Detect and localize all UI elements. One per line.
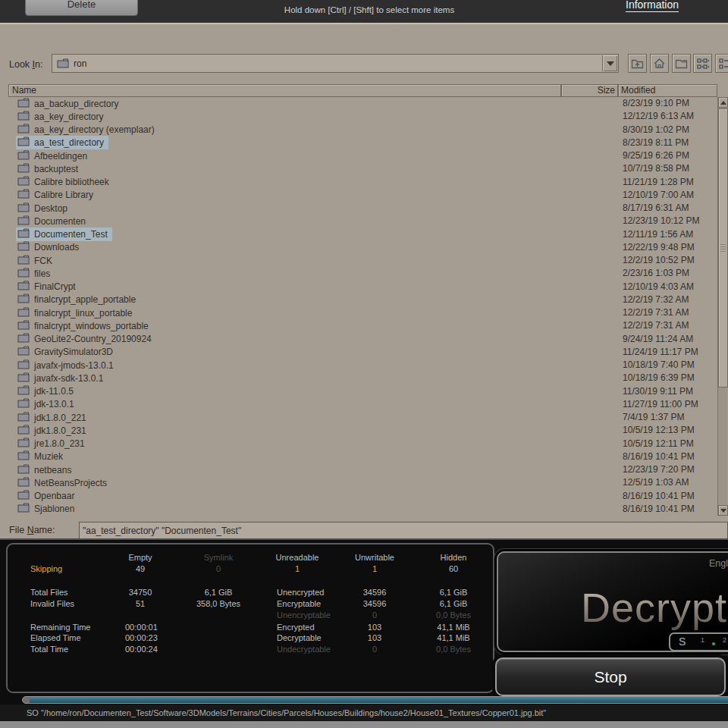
file-row-name-cell[interactable]: aa_key_directory xyxy=(16,110,108,124)
file-row[interactable]: Openbaar 8/16/19 10:41 PM xyxy=(9,490,718,503)
file-row[interactable]: jdk1.8.0_221 7/4/19 1:37 PM xyxy=(9,411,718,424)
file-row[interactable]: javafx-sdk-13.0.1 10/18/19 6:39 PM xyxy=(9,372,718,384)
file-name-label: Sjablonen xyxy=(34,504,74,514)
file-row-name-cell[interactable]: Afbeeldingen xyxy=(16,149,92,163)
file-name-input[interactable] xyxy=(79,522,728,539)
file-row[interactable]: FCK 12/2/19 10:52 PM xyxy=(9,254,718,267)
file-row[interactable]: jre1.8.0_231 10/5/19 12:11 PM xyxy=(9,438,718,450)
folder-icon xyxy=(17,228,30,238)
file-row-name-cell[interactable]: Documenten xyxy=(16,215,90,228)
file-row[interactable]: aa_key_directory (exemplaar) 8/30/19 1:0… xyxy=(9,124,718,136)
file-list: aa_backup_directory 8/23/19 9:10 PM aa_k… xyxy=(8,97,718,516)
file-row-name-cell[interactable]: jdk1.8.0_221 xyxy=(16,411,91,425)
file-row-name-cell[interactable]: javafx-sdk-13.0.1 xyxy=(16,372,108,385)
folder-icon xyxy=(17,333,30,343)
new-folder-button[interactable] xyxy=(672,54,691,73)
file-row[interactable]: jdk1.8.0_231 10/5/19 12:13 PM xyxy=(9,424,718,437)
file-row[interactable]: Downloads 12/22/19 9:48 PM xyxy=(9,241,718,254)
folder-icon-slot xyxy=(17,215,30,228)
file-row-name-cell[interactable]: aa_key_directory (exemplaar) xyxy=(16,123,159,136)
column-header-size[interactable]: Size xyxy=(561,84,618,97)
details-view-button[interactable] xyxy=(715,54,728,73)
file-row-name-cell[interactable]: finalcrypt_apple_portable xyxy=(16,293,140,306)
file-row-name-cell[interactable]: Sjablonen xyxy=(16,502,79,516)
folder-icon xyxy=(17,255,30,265)
scroll-up-button[interactable] xyxy=(718,97,728,108)
file-modified-label: 11/21/19 1:28 PM xyxy=(623,176,694,189)
file-row[interactable]: backuptest 10/7/19 8:58 PM xyxy=(9,162,718,175)
file-row-name-cell[interactable]: FCK xyxy=(16,254,57,268)
file-row-name-cell[interactable]: GravitySimulator3D xyxy=(16,345,118,359)
chevron-up-icon xyxy=(720,101,726,105)
file-row[interactable]: Desktop 8/17/19 6:31 AM xyxy=(9,202,718,215)
home-button[interactable] xyxy=(650,54,669,73)
file-row[interactable]: Documenten_Test 12/11/19 1:56 AM xyxy=(9,228,718,241)
folder-icon xyxy=(17,163,30,173)
file-row[interactable]: netbeans 12/23/19 7:20 PM xyxy=(9,463,718,476)
file-row-name-cell[interactable]: Downloads xyxy=(16,240,83,254)
file-row-name-cell[interactable]: jdk-11.0.5 xyxy=(16,384,78,398)
file-row-name-cell[interactable]: javafx-jmods-13.0.1 xyxy=(16,359,118,372)
file-row-name-cell[interactable]: jdk-13.0.1 xyxy=(16,397,79,411)
file-row[interactable]: jdk-13.0.1 11/27/19 11:00 PM xyxy=(9,398,718,411)
decrypt-title: Decrypting xyxy=(581,584,728,631)
file-row-name-cell[interactable]: netbeans xyxy=(16,463,76,477)
file-row[interactable]: jdk-11.0.5 11/30/19 9:11 PM xyxy=(9,385,718,398)
file-row[interactable]: Afbeeldingen 9/25/19 6:26 PM xyxy=(9,149,718,162)
file-row[interactable]: aa_key_directory 12/12/19 6:13 AM xyxy=(9,110,718,123)
file-row-name-cell[interactable]: Documenten_Test xyxy=(16,228,112,241)
file-row[interactable]: javafx-jmods-13.0.1 10/18/19 7:40 PM xyxy=(9,359,718,372)
file-row[interactable]: Sjablonen 8/16/19 10:41 PM xyxy=(9,503,718,516)
file-row-name-cell[interactable]: finalcrypt_linux_portable xyxy=(16,306,136,320)
scrollbar-thumb[interactable] xyxy=(718,108,728,388)
progress-bar-fill xyxy=(30,697,728,703)
up-folder-button[interactable] xyxy=(628,54,647,73)
file-row[interactable]: GravitySimulator3D 11/24/19 11:17 PM xyxy=(9,346,718,359)
file-row-name-cell[interactable]: aa_test_directory xyxy=(16,136,108,149)
file-modified-label: 10/7/19 8:58 PM xyxy=(623,162,689,175)
file-row-name-cell[interactable]: NetBeansProjects xyxy=(16,476,111,490)
file-row[interactable]: FinalCrypt 12/10/19 4:03 AM xyxy=(9,281,718,293)
file-row[interactable]: files 2/23/16 1:03 PM xyxy=(9,267,718,280)
file-row[interactable]: NetBeansProjects 12/5/19 1:03 AM xyxy=(9,476,718,489)
grid-view-button[interactable] xyxy=(693,54,712,73)
file-name-label: files xyxy=(34,268,50,279)
file-row[interactable]: finalcrypt_windows_portable 12/2/19 7:31… xyxy=(9,319,718,332)
look-in-dropdown-button[interactable] xyxy=(602,55,617,71)
look-in-combobox[interactable]: ron xyxy=(52,54,619,73)
file-row[interactable]: finalcrypt_apple_portable 12/2/19 7:32 A… xyxy=(9,293,718,306)
file-row-name-cell[interactable]: aa_backup_directory xyxy=(16,97,123,111)
file-row-name-cell[interactable]: GeoLite2-Country_20190924 xyxy=(16,332,156,346)
file-row-name-cell[interactable]: finalcrypt_windows_portable xyxy=(16,319,153,333)
file-row-name-cell[interactable]: Openbaar xyxy=(16,489,79,503)
file-row[interactable]: Calibre bibliotheek 11/21/19 1:28 PM xyxy=(9,176,718,189)
file-row[interactable]: GeoLite2-Country_20190924 9/24/19 11:24 … xyxy=(9,333,718,346)
file-modified-label: 12/22/19 9:48 PM xyxy=(623,241,695,254)
file-row-name-cell[interactable]: jdk1.8.0_231 xyxy=(16,424,91,438)
file-row[interactable]: Calibre Library 12/10/19 7:00 AM xyxy=(9,189,718,202)
file-row[interactable]: Documenten 12/23/19 10:12 PM xyxy=(9,215,718,228)
file-row[interactable]: Muziek 8/16/19 10:41 PM xyxy=(9,450,718,463)
file-row-name-cell[interactable]: Muziek xyxy=(16,450,67,463)
file-row-name-cell[interactable]: Calibre bibliotheek xyxy=(16,175,114,189)
vertical-scrollbar[interactable] xyxy=(717,97,727,516)
file-row-name-cell[interactable]: backuptest xyxy=(16,162,83,176)
file-row-name-cell[interactable]: Calibre Library xyxy=(16,188,98,202)
file-row-name-cell[interactable]: files xyxy=(16,267,55,281)
folder-icon xyxy=(17,490,30,500)
column-header-modified[interactable]: Modified xyxy=(618,84,717,97)
folder-icon xyxy=(17,385,30,395)
file-row[interactable]: aa_test_directory 8/23/19 8:11 PM xyxy=(9,136,718,149)
file-row-name-cell[interactable]: Desktop xyxy=(16,202,72,215)
file-modified-label: 12/10/19 4:03 AM xyxy=(623,281,694,293)
file-row[interactable]: finalcrypt_linux_portable 12/2/19 7:31 A… xyxy=(9,306,718,319)
file-row-name-cell[interactable]: FinalCrypt xyxy=(16,280,80,293)
file-row-name-cell[interactable]: jre1.8.0_231 xyxy=(16,437,89,450)
file-name-label: backuptest xyxy=(34,164,78,174)
column-header-name[interactable]: Name xyxy=(8,84,561,97)
file-row[interactable]: aa_backup_directory 8/23/19 9:10 PM xyxy=(9,97,718,110)
information-link[interactable]: Information xyxy=(626,0,679,12)
scroll-down-button[interactable] xyxy=(718,505,728,516)
stop-button[interactable]: Stop xyxy=(495,657,726,696)
file-modified-label: 10/5/19 12:13 PM xyxy=(623,424,695,437)
